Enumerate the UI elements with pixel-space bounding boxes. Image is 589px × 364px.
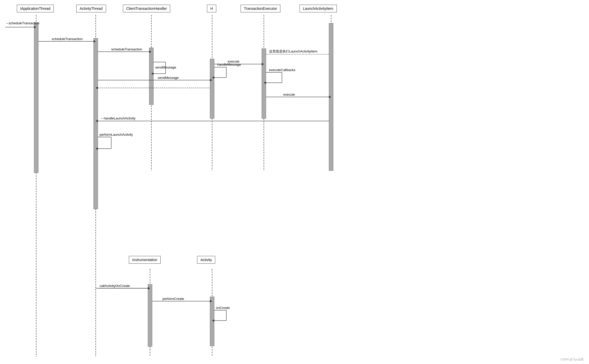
svg-rect-13 [329,23,333,171]
actor-h: H [207,5,216,12]
svg-marker-48 [96,147,98,150]
actor-txexec: TransactionExecutor [241,5,280,12]
label-scheduletransaction-1: scheduleTransaction [52,37,83,41]
svg-marker-25 [151,72,153,75]
svg-marker-17 [34,26,36,28]
svg-rect-9 [94,38,98,209]
svg-marker-44 [96,120,98,122]
svg-marker-42 [329,96,331,98]
label-performcreate: performCreate [162,297,184,301]
label-execute-h: execute [228,59,240,63]
svg-rect-12 [262,49,266,118]
svg-marker-56 [212,319,214,322]
label-sendmessage-h: sendMessage [158,76,179,80]
arrows-layer [0,0,589,364]
label-performlaunchactivity: performLaunchActivity [100,133,133,136]
actor-iapp: IApplicationThread [17,5,54,12]
svg-marker-35 [262,63,264,65]
svg-marker-29 [96,87,98,89]
svg-marker-27 [210,79,212,81]
svg-marker-19 [94,40,96,43]
label-note-launchactivity: 这里面是执行LaunchActivityItem [269,49,317,54]
actor-clienthandler: ClientTransactionHandler [123,5,170,12]
svg-rect-8 [34,23,38,173]
label-execute-launch: execute [283,93,295,96]
label-callactivityoncreate: callActivityOnCreate [100,284,130,288]
actor-launch: LaunchActivityItem [300,5,337,12]
watermark: CSDN @飞yu流星 [561,358,584,361]
svg-rect-15 [210,297,214,346]
svg-rect-10 [149,48,153,105]
svg-marker-21 [149,50,151,53]
label-sendmessage-self: sendMessage [155,65,176,69]
svg-marker-33 [212,76,214,79]
svg-marker-50 [148,287,150,290]
svg-rect-14 [148,284,152,346]
actor-instrum: Instrumentation [129,256,161,264]
label-handlelaunchactivity: ←handleLaunchActivity [100,116,136,120]
label-executecallbacks: executeCallbacks [269,68,295,72]
sequence-diagram: IApplicationThread ActivityThread Client… [0,0,589,364]
svg-marker-40 [264,81,266,84]
label-oncreate: onCreate [216,306,230,310]
actor-activity: Activity [197,256,215,264]
svg-rect-11 [210,59,214,118]
label-scheduletransaction-ext: →scheduleTransaction [5,21,39,25]
actor-actthread: ActivityThread [76,5,106,12]
label-scheduletransaction-2: scheduleTransaction [111,47,142,51]
svg-marker-52 [210,300,212,302]
